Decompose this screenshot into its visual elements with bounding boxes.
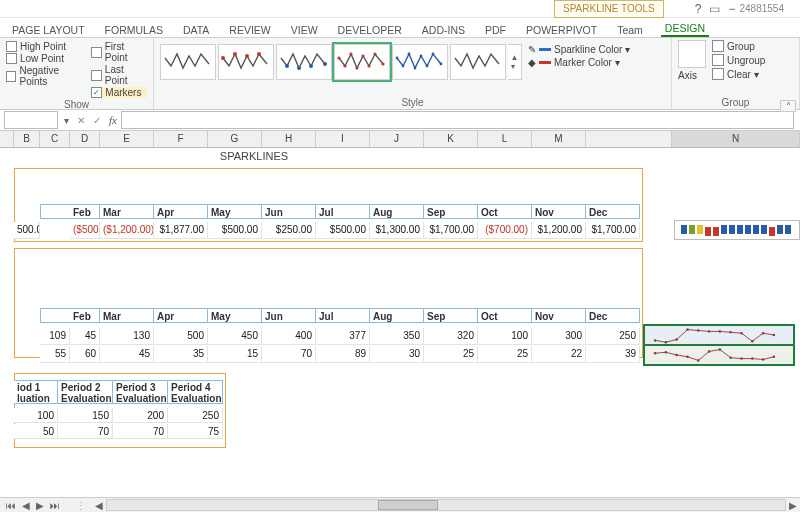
sheet-nav-last[interactable]: ⏭ bbox=[50, 500, 60, 511]
line-sparkline-a[interactable] bbox=[644, 325, 794, 345]
line-sparkline-b[interactable] bbox=[644, 345, 794, 365]
cell-aug-cur[interactable]: $1,300.00 bbox=[370, 222, 424, 239]
cell-a7[interactable]: 350 bbox=[370, 328, 424, 345]
col-J[interactable]: J bbox=[370, 131, 424, 147]
cell-a2[interactable]: 130 bbox=[100, 328, 154, 345]
cell-p1a[interactable]: 100 bbox=[14, 408, 58, 423]
hdr-mar-1[interactable]: Mar bbox=[100, 204, 154, 219]
sheet-nav-next[interactable]: ▶ bbox=[36, 500, 44, 511]
cell-b4[interactable]: 15 bbox=[208, 346, 262, 363]
tab-team[interactable]: Team bbox=[613, 23, 647, 37]
cell-p4b[interactable]: 75 bbox=[168, 424, 223, 439]
cell-p3a[interactable]: 200 bbox=[113, 408, 168, 423]
sheet-nav-prev[interactable]: ◀ bbox=[22, 500, 30, 511]
cell-may-cur[interactable]: $500.00 bbox=[208, 222, 262, 239]
scroll-track[interactable] bbox=[106, 499, 786, 511]
minimize-icon[interactable]: − bbox=[728, 2, 735, 16]
hdr-apr-1[interactable]: Apr bbox=[154, 204, 208, 219]
hdr-dec-2[interactable]: Dec bbox=[586, 308, 640, 323]
cell-p2b[interactable]: 70 bbox=[58, 424, 113, 439]
tab-powerpivot[interactable]: POWERPIVOT bbox=[522, 23, 601, 37]
hdr-period4[interactable]: Period 4 Evaluation bbox=[168, 380, 223, 404]
hdr-sep-1[interactable]: Sep bbox=[424, 204, 478, 219]
tab-view[interactable]: VIEW bbox=[287, 23, 322, 37]
hdr-oct-2[interactable]: Oct bbox=[478, 308, 532, 323]
clear-button[interactable]: Clear ▾ bbox=[712, 68, 759, 80]
ungroup-button[interactable]: Ungroup bbox=[712, 54, 765, 66]
col-M[interactable]: M bbox=[532, 131, 586, 147]
style-gallery-more[interactable]: ▲▾ bbox=[508, 44, 522, 80]
cell-nov-cur[interactable]: $1,200.00 bbox=[532, 222, 586, 239]
cell-a3[interactable]: 500 bbox=[154, 328, 208, 345]
sheet-nav-first[interactable]: ⏮ bbox=[6, 500, 16, 511]
cell-b7[interactable]: 30 bbox=[370, 346, 424, 363]
cell-mar-cur[interactable]: ($1,200.00) bbox=[100, 222, 154, 239]
tab-review[interactable]: REVIEW bbox=[225, 23, 274, 37]
cell-a0[interactable]: 109 bbox=[40, 328, 70, 345]
hdr-may-2[interactable]: May bbox=[208, 308, 262, 323]
cell-b5[interactable]: 70 bbox=[262, 346, 316, 363]
hdr-dec-1[interactable]: Dec bbox=[586, 204, 640, 219]
cell-oct-cur[interactable]: ($700.00) bbox=[478, 222, 532, 239]
cell-sep-cur[interactable]: $1,700.00 bbox=[424, 222, 478, 239]
col-N[interactable]: N bbox=[672, 131, 800, 147]
hdr-period2[interactable]: Period 2 Evaluation bbox=[58, 380, 113, 404]
help-icon[interactable]: ? bbox=[695, 2, 702, 16]
cancel-button[interactable]: ✕ bbox=[73, 115, 89, 126]
cell-p2a[interactable]: 150 bbox=[58, 408, 113, 423]
cell-b8[interactable]: 25 bbox=[424, 346, 478, 363]
tab-pdf[interactable]: PDF bbox=[481, 23, 510, 37]
hdr-oct-1[interactable]: Oct bbox=[478, 204, 532, 219]
scroll-left[interactable]: ◀ bbox=[92, 500, 106, 511]
cell-b10[interactable]: 22 bbox=[532, 346, 586, 363]
style-thumb-3[interactable] bbox=[276, 44, 332, 80]
cell-a10[interactable]: 300 bbox=[532, 328, 586, 345]
name-box-dropdown[interactable]: ▾ bbox=[60, 115, 73, 126]
tab-addins[interactable]: ADD-INS bbox=[418, 23, 469, 37]
cell-apr-cur[interactable]: $1,877.00 bbox=[154, 222, 208, 239]
scroll-right[interactable]: ▶ bbox=[786, 500, 800, 511]
cell-dec-cur[interactable]: $1,700.00 bbox=[586, 222, 640, 239]
chk-high-point[interactable]: High Point bbox=[6, 41, 85, 52]
cell-p3b[interactable]: 70 bbox=[113, 424, 168, 439]
sparkline-color-button[interactable]: ✎Sparkline Color ▾ bbox=[528, 44, 630, 55]
style-thumb-4[interactable] bbox=[334, 44, 390, 80]
horizontal-scrollbar[interactable]: ⏮ ◀ ▶ ⏭ ⋮ ◀ ▶ bbox=[0, 497, 800, 512]
chk-last-point[interactable]: Last Point bbox=[91, 64, 147, 86]
cell-feb-cur[interactable]: ($500.00) bbox=[70, 222, 100, 239]
cell-b9[interactable]: 25 bbox=[478, 346, 532, 363]
enter-button[interactable]: ✓ bbox=[89, 115, 105, 126]
winloss-sparkline[interactable] bbox=[674, 220, 800, 240]
chk-first-point[interactable]: First Point bbox=[91, 41, 147, 63]
worksheet-grid[interactable]: SPARKLINES Feb Mar Apr May Jun Jul Aug S… bbox=[0, 148, 800, 488]
formula-input[interactable] bbox=[121, 111, 794, 129]
hdr-nov-2[interactable]: Nov bbox=[532, 308, 586, 323]
cell-b2[interactable]: 45 bbox=[100, 346, 154, 363]
col-K[interactable]: K bbox=[424, 131, 478, 147]
tab-data[interactable]: DATA bbox=[179, 23, 213, 37]
hdr-jun-2[interactable]: Jun bbox=[262, 308, 316, 323]
cell-b0[interactable]: 55 bbox=[40, 346, 70, 363]
style-thumb-6[interactable] bbox=[450, 44, 506, 80]
cell-jun-cur[interactable]: $250.00 bbox=[262, 222, 316, 239]
marker-color-button[interactable]: ◆Marker Color ▾ bbox=[528, 57, 630, 68]
hdr-apr-2[interactable]: Apr bbox=[154, 308, 208, 323]
hdr-jul-2[interactable]: Jul bbox=[316, 308, 370, 323]
cell-a4[interactable]: 450 bbox=[208, 328, 262, 345]
tab-design[interactable]: DESIGN bbox=[661, 21, 709, 37]
style-thumb-2[interactable] bbox=[218, 44, 274, 80]
hdr-feb-1[interactable]: Feb bbox=[70, 204, 100, 219]
tab-developer[interactable]: DEVELOPER bbox=[334, 23, 406, 37]
hdr-aug-1[interactable]: Aug bbox=[370, 204, 424, 219]
style-thumb-5[interactable] bbox=[392, 44, 448, 80]
hdr-jul-1[interactable]: Jul bbox=[316, 204, 370, 219]
hdr-nov-1[interactable]: Nov bbox=[532, 204, 586, 219]
chk-low-point[interactable]: Low Point bbox=[6, 53, 85, 64]
hdr-period1[interactable]: iod 1 luation bbox=[14, 380, 58, 404]
hdr-aug-2[interactable]: Aug bbox=[370, 308, 424, 323]
col-F[interactable]: F bbox=[154, 131, 208, 147]
col-L[interactable]: L bbox=[478, 131, 532, 147]
axis-button[interactable]: Axis bbox=[678, 40, 706, 81]
restore-icon[interactable]: ▭ bbox=[709, 2, 720, 16]
hdr-jun-1[interactable]: Jun bbox=[262, 204, 316, 219]
